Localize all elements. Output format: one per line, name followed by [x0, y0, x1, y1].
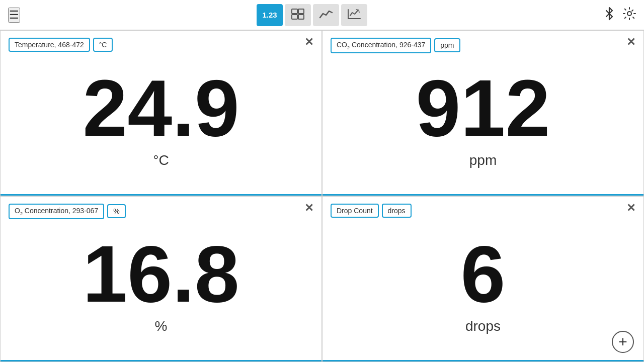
panel-co2: CO2 Concentration, 926-437 ppm ✕ 912 ppm — [322, 30, 644, 196]
add-panel-button[interactable]: + — [612, 331, 634, 353]
drops-close-button[interactable]: ✕ — [626, 203, 635, 214]
settings-button[interactable] — [623, 7, 636, 23]
o2-value: 16.8 — [83, 234, 239, 314]
temperature-sensor-label[interactable]: Temperature, 468-472 — [9, 38, 90, 52]
co2-unit-display: ppm — [469, 152, 497, 168]
toolbar: ☰ 1.23 — [0, 0, 644, 30]
drops-unit-label[interactable]: drops — [382, 204, 412, 218]
tab-table[interactable] — [285, 4, 311, 26]
svg-rect-2 — [292, 15, 297, 19]
tab-chart[interactable] — [313, 4, 339, 26]
o2-unit-label[interactable]: % — [107, 204, 125, 218]
panel-o2-header: O2 Concentration, 293-067 % — [9, 204, 126, 219]
temperature-unit-label[interactable]: °C — [93, 38, 113, 52]
svg-point-8 — [627, 12, 631, 16]
temperature-value: 24.9 — [83, 68, 239, 148]
tab-table-icon — [291, 9, 304, 21]
svg-rect-3 — [298, 15, 304, 19]
co2-close-button[interactable]: ✕ — [626, 37, 635, 48]
panel-drops: Drop Count drops ✕ 6 drops — [322, 196, 644, 362]
menu-button[interactable]: ☰ — [8, 8, 20, 23]
o2-close-button[interactable]: ✕ — [304, 203, 313, 214]
sensor-grid: Temperature, 468-472 °C ✕ 24.9 °C CO2 Co… — [0, 30, 644, 362]
drops-sensor-label[interactable]: Drop Count — [331, 204, 379, 218]
drops-value: 6 — [461, 234, 506, 314]
co2-value: 912 — [416, 68, 550, 148]
o2-unit-display: % — [155, 318, 168, 334]
tab-chart-icon — [319, 9, 333, 21]
tab-value-label: 1.23 — [262, 11, 277, 19]
tab-value[interactable]: 1.23 — [257, 4, 283, 26]
tab-xy-icon — [347, 9, 361, 21]
o2-sensor-label[interactable]: O2 Concentration, 293-067 — [9, 204, 104, 219]
panel-co2-header: CO2 Concentration, 926-437 ppm — [331, 38, 460, 53]
svg-rect-0 — [292, 9, 297, 14]
panel-temperature-header: Temperature, 468-472 °C — [9, 38, 113, 52]
tab-xy[interactable] — [341, 4, 367, 26]
toolbar-left: ☰ — [8, 8, 20, 23]
svg-rect-1 — [298, 9, 304, 14]
add-icon: + — [618, 333, 627, 350]
bluetooth-button[interactable] — [604, 7, 615, 24]
svg-line-7 — [359, 10, 359, 13]
co2-unit-label[interactable]: ppm — [434, 38, 460, 52]
temperature-close-button[interactable]: ✕ — [304, 37, 313, 48]
panel-temperature: Temperature, 468-472 °C ✕ 24.9 °C — [0, 30, 322, 196]
co2-sensor-label[interactable]: CO2 Concentration, 926-437 — [331, 38, 431, 53]
toolbar-center: 1.23 — [257, 4, 367, 26]
temperature-unit-display: °C — [153, 152, 169, 168]
drops-unit-display: drops — [465, 318, 501, 334]
panel-o2: O2 Concentration, 293-067 % ✕ 16.8 % — [0, 196, 322, 362]
panel-drops-header: Drop Count drops — [331, 204, 412, 218]
toolbar-right — [604, 7, 636, 24]
svg-line-6 — [356, 10, 359, 10]
